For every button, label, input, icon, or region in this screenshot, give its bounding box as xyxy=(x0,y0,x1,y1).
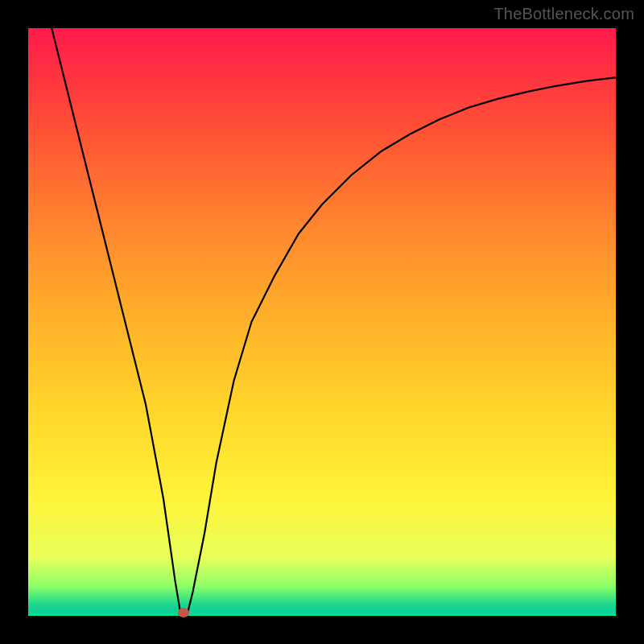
min-point-marker xyxy=(178,608,189,617)
curve-layer xyxy=(28,28,616,616)
bottleneck-chart: TheBottleneck.com xyxy=(0,0,644,644)
bottleneck-curve-line xyxy=(52,28,616,616)
watermark-text: TheBottleneck.com xyxy=(493,5,634,23)
plot-area xyxy=(28,28,616,616)
